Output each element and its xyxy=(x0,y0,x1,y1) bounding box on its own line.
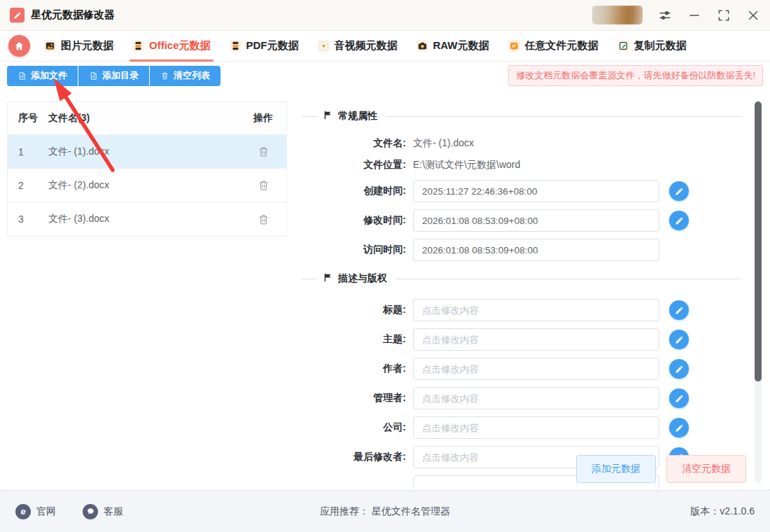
footer: e 官网 客服 应用推荐： 星优文件名管理器 版本：v2.1.0.6 xyxy=(0,490,770,532)
tab-anyfile-metadata[interactable]: 任意文件元数据 xyxy=(508,31,598,62)
delete-row-icon[interactable] xyxy=(258,146,270,158)
edit-create-time-button[interactable] xyxy=(669,181,689,201)
clear-list-button[interactable]: 清空列表 xyxy=(150,66,220,86)
close-button[interactable] xyxy=(746,8,760,22)
edit-modify-time-button[interactable] xyxy=(669,211,689,230)
website-e-icon: e xyxy=(15,504,31,519)
title-field-label: 标题: xyxy=(301,304,406,316)
tab-label: Office元数据 xyxy=(149,39,211,52)
tab-label: 音视频元数据 xyxy=(335,39,398,52)
copy-metadata-icon xyxy=(617,40,629,52)
edit-subject-button[interactable] xyxy=(669,330,689,349)
access-time-label: 访问时间: xyxy=(301,244,406,256)
flag-icon xyxy=(323,272,332,285)
subject-input[interactable] xyxy=(413,328,659,351)
metadata-form-panel: 常规属性 文件名: 文件- (1).docx 文件位置: E:\测试文件\元数据… xyxy=(301,90,763,489)
divider xyxy=(301,116,316,117)
chat-bubble-icon xyxy=(83,504,98,519)
tab-pdf-metadata[interactable]: PDF元数据 xyxy=(230,31,299,62)
divider xyxy=(301,279,316,279)
modify-time-input[interactable] xyxy=(413,209,659,232)
raw-metadata-icon xyxy=(416,40,428,52)
section-title: 常规属性 xyxy=(338,110,377,122)
company-field-label: 公司: xyxy=(301,421,406,434)
tab-label: 任意文件元数据 xyxy=(525,39,598,52)
clear-metadata-button[interactable]: 清空元数据 xyxy=(666,455,746,483)
edit-author-button[interactable] xyxy=(669,359,689,379)
website-label: 官网 xyxy=(36,505,56,518)
column-header-filename: 文件名(3) xyxy=(48,112,240,125)
row-filename: 文件- (1).docx xyxy=(48,146,240,158)
clear-list-label: 清空列表 xyxy=(174,69,210,82)
pdf-metadata-icon xyxy=(230,40,241,52)
office-metadata-icon xyxy=(132,40,144,52)
author-input[interactable] xyxy=(413,358,659,380)
add-metadata-button[interactable]: 添加元数据 xyxy=(576,455,656,483)
modify-time-label: 修改时间: xyxy=(301,214,406,227)
tab-label: RAW元数据 xyxy=(433,39,489,52)
column-header-action: 操作 xyxy=(240,112,286,125)
access-time-input[interactable] xyxy=(413,239,659,261)
user-account-badge xyxy=(592,6,643,24)
divider xyxy=(396,279,742,279)
tab-image-metadata[interactable]: 图片元数据 xyxy=(44,31,113,62)
file-table-header: 序号 文件名(3) 操作 xyxy=(8,102,286,135)
delete-row-icon[interactable] xyxy=(258,214,270,225)
image-metadata-icon xyxy=(44,40,56,52)
add-file-button[interactable]: 添加文件 xyxy=(7,66,78,86)
edit-title-button[interactable] xyxy=(669,300,689,320)
delete-row-icon[interactable] xyxy=(258,179,270,191)
file-name-label: 文件名: xyxy=(301,137,406,150)
manager-input[interactable] xyxy=(413,387,659,410)
tab-raw-metadata[interactable]: RAW元数据 xyxy=(416,31,489,62)
official-website-link[interactable]: e 官网 xyxy=(15,504,56,519)
vertical-scrollbar[interactable] xyxy=(755,102,762,483)
app-logo-icon xyxy=(10,8,24,22)
divider xyxy=(386,116,742,117)
flag-icon xyxy=(323,110,332,122)
tab-copy-metadata[interactable]: 复制元数据 xyxy=(617,31,687,62)
main-content: 序号 文件名(3) 操作 1 文件- (1).docx 2 文件- (2).do… xyxy=(0,90,770,489)
company-input[interactable] xyxy=(413,416,659,439)
file-list-table: 序号 文件名(3) 操作 1 文件- (1).docx 2 文件- (2).do… xyxy=(7,102,287,237)
column-header-index: 序号 xyxy=(8,112,48,125)
create-time-input[interactable] xyxy=(413,180,659,202)
home-button[interactable] xyxy=(8,35,30,57)
title-input[interactable] xyxy=(413,299,659,321)
section-description-copyright: 描述与版权 xyxy=(301,272,763,286)
row-index: 3 xyxy=(8,214,48,225)
file-name-value: 文件- (1).docx xyxy=(413,137,474,150)
last-modifier-field-label: 最后修改者: xyxy=(301,451,406,463)
tab-av-metadata[interactable]: 音视频元数据 xyxy=(318,31,398,62)
form-action-buttons: 添加元数据 清空元数据 xyxy=(576,455,746,483)
row-filename: 文件- (2).docx xyxy=(48,179,240,192)
customer-service-link[interactable]: 客服 xyxy=(83,504,123,519)
table-row-file-1[interactable]: 1 文件- (1).docx xyxy=(8,135,286,169)
row-index: 2 xyxy=(8,180,48,191)
table-row-file-2[interactable]: 2 文件- (2).docx xyxy=(8,169,286,202)
manager-field-label: 管理者: xyxy=(301,392,406,405)
scrollbar-thumb[interactable] xyxy=(755,102,762,382)
toolbar-button-group: 添加文件 添加目录 清空列表 xyxy=(7,66,220,86)
tab-office-metadata[interactable]: Office元数据 xyxy=(132,31,211,62)
section-general-properties: 常规属性 xyxy=(301,109,763,123)
edit-company-button[interactable] xyxy=(669,418,689,438)
tab-bar: 图片元数据 Office元数据 PDF元数据 音视频元数据 RAW元数据 xyxy=(0,31,770,62)
add-directory-label: 添加目录 xyxy=(102,69,139,82)
edit-manager-button[interactable] xyxy=(669,388,689,408)
subject-field-label: 主题: xyxy=(301,333,406,346)
av-metadata-icon xyxy=(318,40,330,52)
tab-label: 图片元数据 xyxy=(61,39,113,52)
tab-label: PDF元数据 xyxy=(246,39,299,52)
add-file-label: 添加文件 xyxy=(31,69,67,82)
app-window: 星优元数据修改器 图片元数据 xyxy=(0,0,770,532)
backup-warning-text: 修改文档元数据会覆盖源文件，请先做好备份以防数据丢失! xyxy=(508,65,763,86)
titlebar: 星优元数据修改器 xyxy=(0,0,770,31)
table-row-file-3[interactable]: 3 文件- (3).docx xyxy=(8,202,286,236)
maximize-button[interactable] xyxy=(717,8,731,22)
file-location-label: 文件位置: xyxy=(301,159,406,172)
toolbar: 添加文件 添加目录 清空列表 修改文档元数据会覆盖源文件，请先做好备份以防数据丢… xyxy=(0,62,770,90)
settings-sliders-icon[interactable] xyxy=(658,8,672,22)
add-directory-button[interactable]: 添加目录 xyxy=(78,66,149,86)
minimize-button[interactable] xyxy=(687,8,701,22)
